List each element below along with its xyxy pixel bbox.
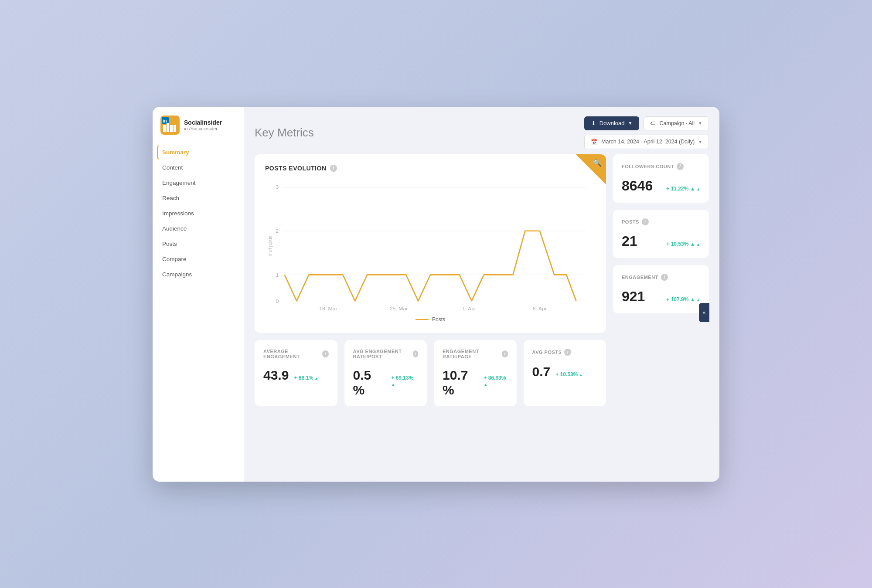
chart-svg: 3 2 1 0 # of posts: [265, 180, 596, 311]
stat-card-posts: POSTS i 21 + 10.53% ▲: [613, 210, 709, 258]
date-range-button[interactable]: 📅 March 14, 2024 - April 12, 2024 (Daily…: [584, 135, 709, 149]
info-icon: i: [677, 163, 684, 170]
chevron-down-icon: ▼: [698, 139, 702, 144]
metric-value: 0.5 % + 69.13%: [353, 368, 419, 398]
page-title: Key Metrics: [255, 126, 314, 139]
metric-title: AVG ENGAGEMENT RATE/POST i: [353, 349, 419, 359]
info-icon: i: [642, 218, 649, 225]
brand-logo: in: [160, 116, 180, 135]
brand-sub: in /Socialinsider: [184, 126, 222, 131]
brand-name: Socialinsider: [184, 119, 222, 126]
brand: in Socialinsider in /Socialinsider: [153, 116, 244, 145]
svg-text:18. Mar: 18. Mar: [319, 306, 337, 311]
svg-text:2: 2: [276, 228, 279, 234]
stat-change: + 11.22% ▲: [666, 186, 700, 192]
metric-card-engagement-rate-page: ENGAGEMENT RATE/PAGE i 10.7 % + 86.93%: [434, 340, 517, 406]
stat-row: 21 + 10.53% ▲: [622, 233, 700, 249]
campaign-icon: 🏷: [650, 120, 656, 126]
metric-card-avg-engagement-rate-post: AVG ENGAGEMENT RATE/POST i 0.5 % + 69.13…: [344, 340, 427, 406]
svg-text:in: in: [163, 118, 167, 123]
chevron-down-icon: ▼: [698, 121, 702, 126]
stat-value: 8646: [622, 178, 653, 194]
stat-row: 8646 + 11.22% ▲: [622, 178, 700, 194]
collapse-panel-button[interactable]: «: [699, 303, 709, 322]
sidebar-item-reach[interactable]: Reach: [157, 191, 240, 205]
svg-text:1. Apr: 1. Apr: [462, 306, 476, 311]
svg-rect-3: [163, 125, 166, 132]
stat-value: 921: [622, 289, 645, 305]
posts-evolution-card: 🔍 POSTS EVOLUTION i 3 2 1 0: [255, 154, 606, 333]
campaign-filter-button[interactable]: 🏷 Campaign · All ▼: [644, 116, 709, 130]
sidebar-item-compare[interactable]: Compare: [157, 252, 240, 266]
svg-rect-4: [167, 123, 169, 132]
metric-change: + 10.53%: [555, 371, 582, 377]
info-icon: i: [564, 349, 571, 356]
chevron-down-icon: ▼: [628, 121, 633, 126]
metric-value: 10.7 % + 86.93%: [443, 368, 508, 398]
info-icon: i: [322, 350, 328, 357]
legend-line: [416, 319, 429, 320]
metric-title: AVG POSTS i: [532, 349, 598, 356]
stat-card-followers: FOLLOWERS COUNT i 8646 + 11.22% ▲: [613, 154, 709, 203]
svg-text:1: 1: [276, 272, 279, 278]
sidebar-item-summary[interactable]: Summary: [157, 145, 240, 160]
metric-card-avg-posts: AVG POSTS i 0.7 + 10.53%: [524, 340, 606, 406]
metric-value: 0.7 + 10.53%: [532, 364, 598, 379]
right-panel-wrapper: FOLLOWERS COUNT i 8646 + 11.22% ▲ POSTS …: [613, 154, 709, 471]
download-button[interactable]: ⬇ Download ▼: [584, 116, 640, 130]
sidebar-item-posts[interactable]: Posts: [157, 237, 240, 251]
svg-text:# of posts: # of posts: [267, 235, 272, 256]
stat-change: + 10.53% ▲: [666, 241, 700, 247]
search-icon[interactable]: 🔍: [593, 159, 602, 167]
metric-change: + 88.1%: [294, 375, 318, 381]
stat-row: 921 + 107.9% ▲: [622, 289, 700, 305]
stat-value: 21: [622, 233, 637, 249]
sidebar-item-impressions[interactable]: Impressions: [157, 206, 240, 221]
metric-change: + 86.93%: [484, 375, 508, 387]
sidebar-item-audience[interactable]: Audience: [157, 221, 240, 236]
download-icon: ⬇: [591, 120, 596, 126]
sidebar-item-campaigns[interactable]: Campaigns: [157, 267, 240, 282]
info-icon: i: [661, 274, 668, 281]
metric-title: AVERAGE ENGAGEMENT i: [263, 349, 329, 359]
metric-change: + 69.13%: [391, 375, 418, 387]
metric-card-avg-engagement: AVERAGE ENGAGEMENT i 43.9 + 88.1%: [255, 340, 337, 406]
svg-text:3: 3: [276, 184, 279, 190]
stat-card-engagement: ENGAGEMENT i 921 + 107.9% ▲: [613, 265, 709, 313]
metric-value: 43.9 + 88.1%: [263, 368, 329, 383]
header: Key Metrics ⬇ Download ▼ 🏷 Campaign · Al…: [244, 107, 719, 154]
svg-text:8. Apr: 8. Apr: [533, 306, 547, 311]
stat-title: FOLLOWERS COUNT i: [622, 163, 700, 170]
info-icon: i: [330, 165, 337, 172]
sidebar: in Socialinsider in /Socialinsider Summa…: [153, 107, 244, 482]
legend-label: Posts: [432, 316, 445, 323]
sidebar-item-engagement[interactable]: Engagement: [157, 176, 240, 190]
right-panel: FOLLOWERS COUNT i 8646 + 11.22% ▲ POSTS …: [613, 154, 709, 313]
metrics-row: AVERAGE ENGAGEMENT i 43.9 + 88.1% AVG EN…: [255, 340, 606, 406]
stat-title: ENGAGEMENT i: [622, 274, 700, 281]
main-content: Key Metrics ⬇ Download ▼ 🏷 Campaign · Al…: [244, 107, 719, 482]
calendar-icon: 📅: [591, 139, 598, 145]
info-icon: i: [413, 350, 418, 357]
chart-area: 3 2 1 0 # of posts: [265, 180, 596, 311]
brand-text: Socialinsider in /Socialinsider: [184, 119, 222, 131]
svg-text:0: 0: [276, 298, 279, 304]
metric-title: ENGAGEMENT RATE/PAGE i: [443, 349, 508, 359]
chart-legend: Posts: [265, 316, 596, 323]
content-area: 🔍 POSTS EVOLUTION i 3 2 1 0: [244, 154, 719, 482]
stat-title: POSTS i: [622, 218, 700, 225]
info-icon: i: [502, 350, 508, 357]
app-window: in Socialinsider in /Socialinsider Summa…: [153, 107, 719, 482]
svg-rect-6: [174, 125, 176, 132]
chart-title: POSTS EVOLUTION i: [265, 165, 596, 172]
svg-rect-5: [170, 125, 173, 132]
sidebar-item-content[interactable]: Content: [157, 160, 240, 175]
svg-text:25. Mar: 25. Mar: [390, 306, 408, 311]
stat-change: + 107.9% ▲: [666, 296, 700, 302]
header-actions: ⬇ Download ▼ 🏷 Campaign · All ▼ 📅 March …: [584, 116, 709, 149]
left-panel: 🔍 POSTS EVOLUTION i 3 2 1 0: [255, 154, 606, 471]
sidebar-navigation: Summary Content Engagement Reach Impress…: [153, 145, 244, 282]
